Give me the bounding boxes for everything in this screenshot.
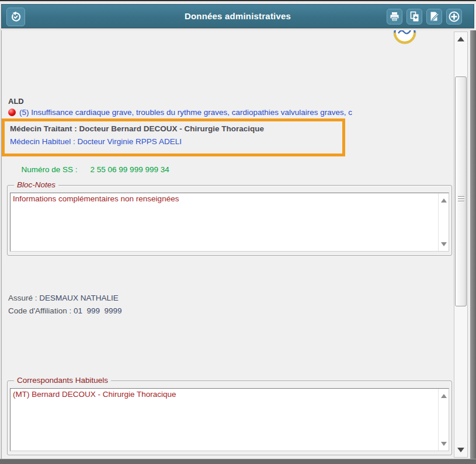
correspondants-legend: Correspondants Habituels (14, 376, 111, 385)
bloc-notes-fieldset: Bloc-Notes Informations complémentaires … (7, 185, 452, 256)
ald-status-icon (8, 109, 16, 116)
scroll-up-arrow-icon[interactable] (439, 391, 449, 400)
print-icon (389, 11, 400, 22)
add-circle-icon (448, 11, 460, 23)
correspondants-fieldset: Correspondants Habituels (MT) Bernard DE… (7, 381, 452, 455)
copy-document-button[interactable] (406, 9, 422, 25)
correspondants-textarea[interactable]: (MT) Bernard DECOUX - Chirurgie Thoraciq… (10, 388, 449, 451)
bloc-notes-scrollbar[interactable] (438, 193, 449, 251)
scroll-down-arrow-icon[interactable] (439, 239, 449, 249)
scroll-up-arrow-icon[interactable] (439, 196, 449, 205)
window-title: Données administratives (185, 11, 291, 21)
window-frame-top (0, 0, 476, 4)
medecin-habituel-line[interactable]: Médecin Habituel : Docteur Virginie RPPS… (10, 137, 342, 146)
scrollbar-grip-icon (458, 196, 464, 203)
content-area: ALD (5) Insuffisance cardiaque grave, tr… (2, 30, 470, 459)
affiliation-line: Code d'Affiliation : 01 999 9999 (8, 306, 121, 315)
correspondants-content: (MT) Bernard DECOUX - Chirurgie Thoraciq… (13, 390, 436, 399)
bloc-notes-textarea[interactable]: Informations complémentaires non renseig… (10, 193, 449, 252)
copy-document-icon (409, 11, 420, 22)
history-icon (10, 11, 22, 23)
window-frame-right (470, 30, 476, 459)
assure-label: Assuré : (8, 294, 39, 302)
print-button[interactable] (387, 9, 402, 25)
titlebar: Données administratives (1, 4, 474, 28)
scrollbar-down-arrow-icon[interactable] (454, 444, 467, 456)
ss-number-label: Numéro de SS : (22, 165, 78, 174)
window-frame-bottom (0, 459, 476, 464)
add-button[interactable] (446, 9, 462, 25)
affiliation-value: 01 999 9999 (74, 306, 122, 315)
edit-document-icon (429, 11, 440, 22)
scroll-down-arrow-icon[interactable] (439, 439, 449, 448)
administrative-data-window: Données administratives (0, 0, 476, 464)
doctors-highlight-box: Médecin Traitant : Docteur Bernard DECOU… (2, 118, 345, 156)
main-scrollbar[interactable] (454, 32, 468, 458)
bloc-notes-content: Informations complémentaires non renseig… (13, 194, 436, 203)
ss-number-line: Numéro de SS :2 55 06 99 999 999 34 (8, 156, 169, 183)
scrollbar-thumb[interactable] (455, 76, 467, 306)
history-button[interactable] (6, 8, 25, 26)
ald-heading: ALD (8, 97, 24, 106)
bloc-notes-legend: Bloc-Notes (14, 180, 58, 189)
vitale-logo (392, 30, 418, 46)
edit-document-button[interactable] (426, 9, 442, 25)
scrollbar-up-arrow-icon[interactable] (454, 33, 467, 45)
ss-number-value: 2 55 06 99 999 999 34 (91, 165, 169, 174)
ald-entry-row[interactable]: (5) Insuffisance cardiaque grave, troubl… (8, 108, 453, 117)
medecin-traitant-line: Médecin Traitant : Docteur Bernard DECOU… (10, 124, 342, 133)
correspondants-scrollbar[interactable] (438, 389, 449, 451)
titlebar-actions (387, 9, 462, 25)
assure-line: Assuré : DESMAUX NATHALIE (8, 294, 119, 302)
window-frame-left (0, 4, 2, 459)
assure-value: DESMAUX NATHALIE (39, 294, 119, 302)
affiliation-label: Code d'Affiliation : (8, 306, 74, 315)
ald-entry-text: (5) Insuffisance cardiaque grave, troubl… (19, 108, 352, 117)
